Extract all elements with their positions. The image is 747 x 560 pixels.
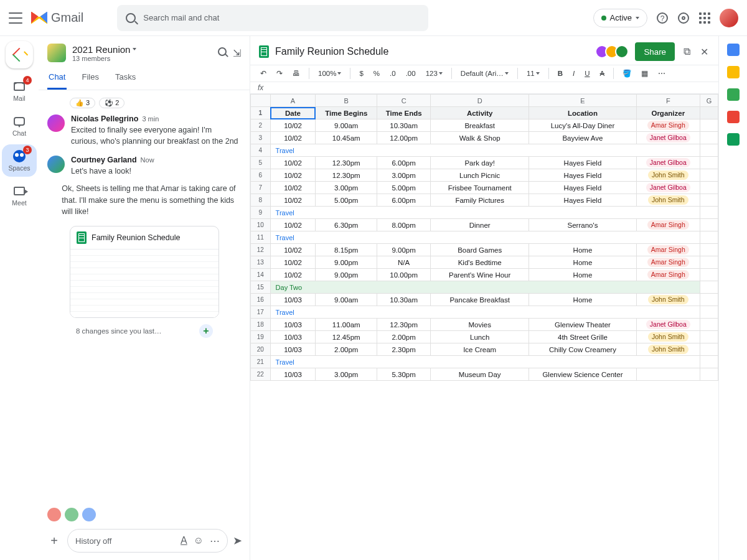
bold-button[interactable]: B <box>555 68 565 78</box>
cell[interactable]: Lunch <box>431 331 529 343</box>
cell[interactable]: Travel <box>270 231 700 244</box>
cell[interactable]: 12.00pm <box>377 132 431 144</box>
space-name[interactable]: 2021 Reunion <box>72 44 136 55</box>
row-header[interactable]: 5 <box>251 157 271 169</box>
cell[interactable]: Amar Singh <box>636 269 700 281</box>
tab-chat[interactable]: Chat <box>47 66 67 90</box>
cell[interactable]: Location <box>529 107 637 119</box>
cell[interactable]: John Smith <box>636 194 700 207</box>
cell[interactable] <box>700 119 718 132</box>
row-header[interactable]: 2 <box>251 119 271 132</box>
cell[interactable]: 10/02 <box>270 244 316 256</box>
cell[interactable] <box>636 368 700 381</box>
more-icon[interactable]: ⋯ <box>655 68 668 79</box>
cell[interactable] <box>700 157 718 169</box>
cell[interactable]: Home <box>529 269 637 281</box>
cell[interactable]: 3.00pm <box>377 169 431 182</box>
underline-button[interactable]: U <box>582 68 592 78</box>
cell[interactable]: 2.30pm <box>377 343 431 356</box>
cell[interactable] <box>700 219 718 231</box>
rail-item-chat[interactable]: Chat <box>2 110 37 142</box>
space-avatar[interactable] <box>47 44 66 62</box>
cell[interactable] <box>700 256 718 269</box>
cell[interactable]: 9.00am <box>316 119 377 132</box>
account-avatar[interactable] <box>720 9 738 27</box>
cell[interactable]: 11.00am <box>316 319 377 331</box>
cell[interactable]: Activity <box>431 107 529 119</box>
cell[interactable]: Hayes Field <box>529 169 637 182</box>
cell[interactable] <box>700 207 718 219</box>
tab-files[interactable]: Files <box>80 66 100 90</box>
cell[interactable]: 10/02 <box>270 256 316 269</box>
cell[interactable]: 2.00pm <box>377 331 431 343</box>
row-header[interactable]: 18 <box>251 319 271 331</box>
number-format[interactable]: 123 <box>423 68 445 78</box>
cell[interactable]: Travel <box>270 356 700 368</box>
cell[interactable] <box>700 331 718 343</box>
cell[interactable]: 5.00pm <box>316 194 377 207</box>
more-icon[interactable]: ⋯ <box>210 535 220 547</box>
cell[interactable] <box>700 294 718 306</box>
cell[interactable]: John Smith <box>636 331 700 343</box>
row-header[interactable]: 8 <box>251 194 271 207</box>
cell[interactable]: 12.30pm <box>377 319 431 331</box>
tab-tasks[interactable]: Tasks <box>114 66 137 90</box>
percent-button[interactable]: % <box>371 68 382 78</box>
col-header[interactable]: G <box>700 95 718 107</box>
cell[interactable]: Lucy's All-Day Diner <box>529 119 637 132</box>
cell[interactable]: 8.15pm <box>316 244 377 256</box>
row-header[interactable]: 7 <box>251 182 271 194</box>
cell[interactable]: John Smith <box>636 169 700 182</box>
sheets-attachment-card[interactable]: Family Reunion Schedule <box>70 226 219 318</box>
cell[interactable]: Glenview Science Center <box>529 368 637 381</box>
cell[interactable]: Park day! <box>431 157 529 169</box>
cell[interactable]: Home <box>529 244 637 256</box>
cell[interactable]: 10/02 <box>270 182 316 194</box>
send-icon[interactable]: ➤ <box>233 534 242 548</box>
cell[interactable]: Parent's Wine Hour <box>431 269 529 281</box>
cell[interactable]: Hayes Field <box>529 157 637 169</box>
cell[interactable]: Bayview Ave <box>529 132 637 144</box>
cell[interactable]: 10/02 <box>270 194 316 207</box>
row-header[interactable]: 9 <box>251 207 271 219</box>
cell[interactable]: 10/02 <box>270 269 316 281</box>
cell[interactable]: N/A <box>377 256 431 269</box>
cell[interactable] <box>700 343 718 356</box>
cell[interactable]: Serrano's <box>529 219 637 231</box>
col-header[interactable]: E <box>529 95 637 107</box>
cell[interactable]: 12.45pm <box>316 331 377 343</box>
cell[interactable]: Hayes Field <box>529 182 637 194</box>
cell[interactable]: Breakfast <box>431 119 529 132</box>
share-button[interactable]: Share <box>635 42 675 61</box>
col-header[interactable]: D <box>431 95 529 107</box>
row-header[interactable]: 21 <box>251 356 271 368</box>
row-header[interactable]: 20 <box>251 343 271 356</box>
cell[interactable] <box>700 169 718 182</box>
cell[interactable]: Frisbee Tournament <box>431 182 529 194</box>
cell[interactable]: 4th Street Grille <box>529 331 637 343</box>
cell[interactable]: 10/02 <box>270 219 316 231</box>
cell[interactable]: Organizer <box>636 107 700 119</box>
cell[interactable]: 10/03 <box>270 368 316 381</box>
cell[interactable]: Lunch Picnic <box>431 169 529 182</box>
avatar[interactable] <box>82 508 96 521</box>
cell[interactable]: Time Ends <box>377 107 431 119</box>
cell[interactable]: Date <box>270 107 316 119</box>
status-chip[interactable]: Active <box>593 9 647 27</box>
cell[interactable]: Kid's Bedtime <box>431 256 529 269</box>
cell[interactable]: Amar Singh <box>636 256 700 269</box>
cell[interactable] <box>700 269 718 281</box>
cell[interactable]: 9.00pm <box>316 269 377 281</box>
cell[interactable]: Walk & Shop <box>431 132 529 144</box>
cell[interactable]: Ice Cream <box>431 343 529 356</box>
format-icon[interactable]: A <box>181 535 187 546</box>
reaction-chip[interactable]: ⚽ 2 <box>99 98 125 108</box>
cell[interactable]: Chilly Cow Creamery <box>529 343 637 356</box>
cell[interactable]: Amar Singh <box>636 219 700 231</box>
cell[interactable]: Travel <box>270 144 700 157</box>
cell[interactable]: 6.00pm <box>377 194 431 207</box>
row-header[interactable]: 22 <box>251 368 271 381</box>
cell[interactable]: 10.30am <box>377 294 431 306</box>
cell[interactable] <box>700 368 718 381</box>
cell[interactable]: 10/03 <box>270 294 316 306</box>
